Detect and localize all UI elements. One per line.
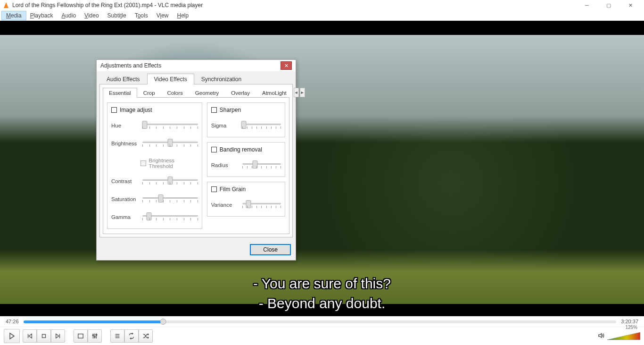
subtab-essential[interactable]: Essential (103, 88, 137, 98)
svg-rect-1 (78, 334, 83, 338)
image-adjust-group: Image adjust Hue Brightness Brightness T… (107, 102, 202, 229)
subtitle-line-1: - You are sure of this? (0, 276, 644, 292)
dialog-close-button[interactable]: ✕ (281, 61, 292, 70)
vlc-cone-icon (3, 2, 9, 8)
seek-bar-row: 47:26 3:20:37 (0, 316, 644, 327)
tab-video-effects[interactable]: Video Effects (147, 74, 194, 84)
video-effects-panel: Essential Crop Colors Geometry Overlay A… (99, 84, 293, 237)
contrast-label: Contrast (111, 178, 139, 184)
tab-synchronization[interactable]: Synchronization (194, 74, 248, 84)
time-total[interactable]: 3:20:37 (621, 319, 638, 324)
subtab-scroll-left[interactable]: ◄ (294, 88, 299, 97)
banding-removal-checkbox[interactable]: Banding removal (211, 146, 281, 153)
checkbox-icon (111, 107, 117, 113)
right-column: Sharpen Sigma Banding removal Radius (207, 102, 285, 229)
sharpen-group: Sharpen Sigma (207, 102, 285, 137)
video-area[interactable]: - You are sure of this? - Beyond any dou… (0, 21, 644, 316)
window-buttons: ─ ▢ ✕ (576, 0, 641, 10)
time-elapsed[interactable]: 47:26 (6, 319, 19, 324)
checkbox-icon (211, 107, 217, 113)
subtab-crop[interactable]: Crop (137, 88, 161, 98)
banding-removal-group: Banding removal Radius (207, 142, 285, 177)
brightness-label: Brightness (111, 141, 139, 146)
brightness-slider[interactable] (142, 138, 198, 149)
menu-view[interactable]: View (152, 11, 173, 20)
sigma-slider[interactable] (242, 120, 281, 131)
sharpen-checkbox[interactable]: Sharpen (211, 107, 281, 113)
subtab-geometry[interactable]: Geometry (189, 88, 225, 98)
dialog-footer: Close (97, 239, 296, 260)
subtab-atmolight[interactable]: AtmoLight (256, 88, 293, 98)
menu-media[interactable]: Media (2, 11, 26, 20)
subtab-colors[interactable]: Colors (161, 88, 189, 98)
volume-slider[interactable] (607, 331, 640, 341)
image-adjust-checkbox[interactable]: Image adjust (111, 107, 198, 113)
subtab-scroll-right[interactable]: ► (300, 88, 305, 97)
close-button[interactable]: Close (250, 244, 291, 255)
volume-control: 125% (598, 331, 640, 341)
menu-playback[interactable]: Playback (26, 11, 58, 20)
saturation-label: Saturation (111, 196, 139, 202)
maximize-button[interactable]: ▢ (598, 0, 619, 10)
seek-bar[interactable] (24, 319, 617, 325)
extended-settings-button[interactable] (88, 329, 102, 343)
stop-button[interactable] (37, 329, 51, 343)
playlist-button[interactable] (110, 329, 124, 343)
menubar: Media Playback Audio Video Subtitle Tool… (0, 10, 644, 21)
saturation-slider[interactable] (142, 194, 198, 205)
menu-help[interactable]: Help (173, 11, 193, 20)
svg-rect-0 (42, 335, 46, 338)
fullscreen-button[interactable] (74, 329, 88, 343)
brightness-threshold-checkbox[interactable]: Brightness Threshold (140, 158, 198, 169)
menu-subtitle[interactable]: Subtitle (103, 11, 131, 20)
checkbox-icon (211, 147, 217, 152)
variance-label: Variance (211, 202, 239, 208)
menu-tools[interactable]: Tools (131, 11, 152, 20)
control-bar: 125% (0, 327, 644, 345)
loop-button[interactable] (124, 329, 139, 343)
close-window-button[interactable]: ✕ (619, 0, 641, 10)
hue-slider[interactable] (142, 120, 198, 131)
film-grain-checkbox[interactable]: Film Grain (211, 186, 281, 193)
minimize-button[interactable]: ─ (576, 0, 598, 10)
checkbox-icon (211, 186, 217, 192)
radius-label: Radius (211, 162, 239, 168)
play-button[interactable] (4, 329, 20, 343)
gamma-slider[interactable] (142, 211, 198, 223)
dialog-title: Adjustments and Effects (100, 62, 161, 69)
hue-label: Hue (111, 123, 139, 128)
film-grain-group: Film Grain Variance (207, 182, 285, 217)
variance-slider[interactable] (242, 199, 281, 210)
next-button[interactable] (51, 329, 65, 343)
menu-video[interactable]: Video (80, 11, 103, 20)
dialog-titlebar[interactable]: Adjustments and Effects ✕ (97, 60, 296, 71)
dialog-tabs: Audio Effects Video Effects Synchronizat… (97, 71, 296, 84)
sigma-label: Sigma (211, 123, 239, 128)
radius-slider[interactable] (242, 160, 281, 171)
gamma-label: Gamma (111, 214, 139, 220)
tab-audio-effects[interactable]: Audio Effects (99, 74, 147, 84)
subtitle-line-2: - Beyond any doubt. (0, 295, 644, 311)
contrast-slider[interactable] (142, 176, 198, 187)
speaker-icon[interactable] (598, 332, 604, 340)
menu-audio[interactable]: Audio (57, 11, 80, 20)
subtab-overlay[interactable]: Overlay (225, 88, 256, 98)
effects-dialog: Adjustments and Effects ✕ Audio Effects … (96, 59, 296, 261)
shuffle-button[interactable] (139, 329, 153, 343)
checkbox-icon (140, 160, 146, 166)
titlebar: Lord of the Rings Fellowship of the Ring… (0, 0, 644, 10)
previous-button[interactable] (23, 329, 37, 343)
volume-percent: 125% (625, 325, 637, 330)
essential-panel: Image adjust Hue Brightness Brightness T… (103, 97, 289, 234)
window-title: Lord of the Rings Fellowship of the Ring… (12, 2, 203, 8)
video-effects-subtabs: Essential Crop Colors Geometry Overlay A… (103, 87, 289, 97)
